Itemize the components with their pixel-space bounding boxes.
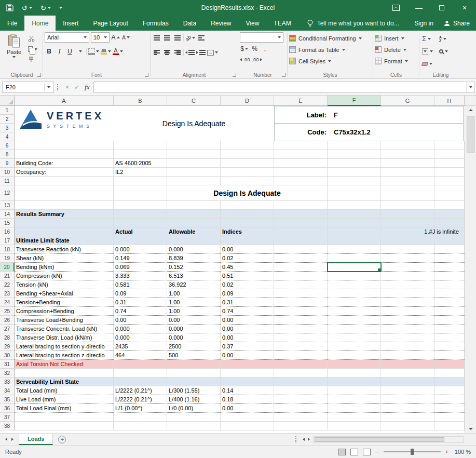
cell-A24[interactable]: Tension+Bending [15,298,114,307]
scroll-down-button[interactable] [465,425,476,433]
cell-H24[interactable] [434,298,465,307]
row-header-37[interactable]: 37 [0,413,15,422]
cell-F8[interactable] [328,150,381,159]
cell-A19[interactable]: Shear (kN) [15,254,114,263]
cell-G27[interactable] [381,325,434,333]
cell-B38[interactable] [114,422,167,430]
cell-G24[interactable] [381,298,434,307]
cell-A17[interactable]: Ultimate Limit State [15,236,114,245]
underline-button[interactable]: U [65,47,74,56]
maximize-button[interactable] [430,0,453,16]
cell-E38[interactable] [274,422,328,430]
cell-D17[interactable] [221,236,274,245]
customize-qat-button[interactable] [59,7,62,9]
decrease-font-size-button[interactable]: A [121,33,130,42]
cell-B14[interactable] [114,210,167,219]
cell-H34[interactable] [434,386,465,395]
row-header-22[interactable]: 22 [0,280,15,289]
cell-D33[interactable] [221,378,274,386]
cell-E13[interactable] [274,201,328,210]
cell-A22[interactable]: Tension (kN) [15,280,114,289]
cell-G8[interactable] [381,150,434,159]
align-center-button[interactable] [162,48,171,57]
cell-E14[interactable] [274,210,328,219]
cell-H18[interactable] [434,245,465,254]
decrease-decimal-button[interactable]: .00 [252,55,262,64]
cell-G16[interactable]: 1.#J is infinite [381,227,465,236]
sign-in-button[interactable]: Sign in [414,20,433,27]
cell-F19[interactable] [328,254,381,263]
tab-home[interactable]: Home [24,16,56,31]
hscroll-right-button[interactable] [308,438,310,441]
cell-A21[interactable]: Compression (kN) [15,272,114,280]
row-header-32[interactable]: 32 [0,369,15,378]
horizontal-scroll-thumb[interactable] [315,437,444,442]
page-break-view-button[interactable] [363,449,371,455]
cell-E9[interactable] [274,159,328,168]
cell-B8[interactable] [114,150,167,159]
cell-D23[interactable]: 0.09 [221,289,274,298]
cell-B23[interactable]: 0.09 [114,289,167,298]
cell-B27[interactable]: 0.000 [114,325,167,333]
cell-F20[interactable] [328,263,381,272]
align-right-button[interactable] [173,48,182,57]
cell-D9[interactable] [221,159,274,168]
cell-F11[interactable] [328,177,381,185]
normal-view-button[interactable] [338,449,346,455]
cell-H37[interactable] [434,413,465,422]
cell-B21[interactable]: 3.333 [114,272,167,280]
cell-C27[interactable]: 0.000 [167,325,221,333]
cell-G26[interactable] [381,316,434,325]
cell-G6[interactable] [381,141,434,150]
row-header-6[interactable]: 6 [0,141,15,150]
row-header-1[interactable]: 1 [0,106,15,115]
cell-E34[interactable] [274,386,328,395]
row-header-8[interactable]: 8 [0,150,15,159]
cell-F25[interactable] [328,307,381,316]
cell-A8[interactable] [15,150,114,159]
font-name-select[interactable]: Arial [45,32,89,43]
cell-E25[interactable] [274,307,328,316]
cell-D15[interactable] [221,219,274,227]
cell-H13[interactable] [434,201,465,210]
cell-H35[interactable] [434,395,465,404]
borders-button[interactable] [88,47,99,56]
next-sheet-button[interactable] [11,438,13,441]
fill-button[interactable] [421,47,434,56]
cell-C9[interactable] [167,159,221,168]
cell-D18[interactable]: 0.00 [221,245,274,254]
cell-E37[interactable] [274,413,328,422]
cell-G32[interactable] [381,369,434,378]
copy-button[interactable] [27,45,38,53]
cell-E6[interactable] [274,141,328,150]
cell-A37[interactable] [15,413,114,422]
row-header-4[interactable]: 4 [0,132,15,141]
zoom-level[interactable]: 100 % [453,449,471,455]
wrap-text-button[interactable] [197,33,206,43]
cell-F24[interactable] [328,298,381,307]
tab-review[interactable]: Review [203,16,238,31]
cell-C14[interactable] [167,210,221,219]
cell-D6[interactable] [221,141,274,150]
cell-B19[interactable]: 0.149 [114,254,167,263]
cell-B10[interactable]: IL2 [114,168,167,177]
cell-C29[interactable]: 2500 [167,342,221,351]
cell-C28[interactable]: 0.000 [167,333,221,342]
row-header-17[interactable]: 17 [0,236,15,245]
cell-C37[interactable] [167,413,221,422]
cell-F31[interactable] [328,360,381,369]
row-header-20[interactable]: 20 [0,263,15,272]
enter-button[interactable]: ✓ [74,84,79,91]
horizontal-scroll-track[interactable] [313,436,464,443]
cell-G33[interactable] [381,378,434,386]
column-header-E[interactable]: E [274,96,328,106]
cell-H33[interactable] [434,378,465,386]
comma-style-button[interactable]: , [261,44,269,53]
cell-D16[interactable]: Indices [221,227,274,236]
cell-A30[interactable]: Lateral bracing to section z-directio [15,351,114,360]
cell-A11[interactable] [15,177,114,185]
sort-filter-button[interactable]: AZ [438,34,449,43]
cell-C16[interactable]: Allowable [167,227,221,236]
tab-team[interactable]: TEAM [266,16,298,31]
cell-D37[interactable] [221,413,274,422]
